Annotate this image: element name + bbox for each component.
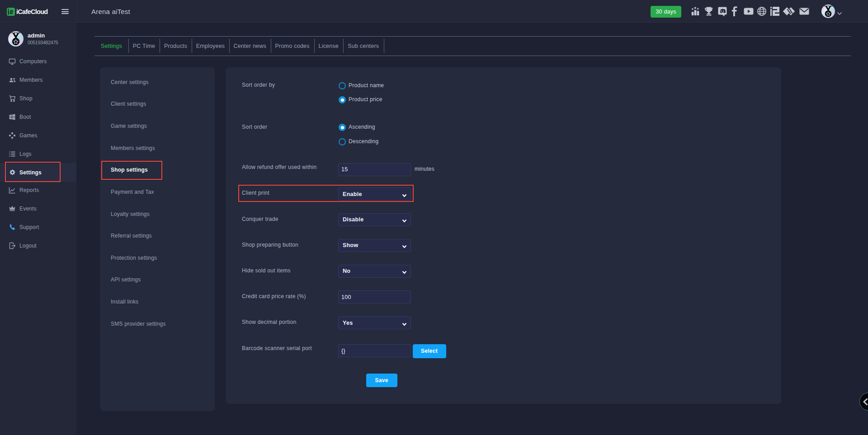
svg-text:PLATINUM: PLATINUM xyxy=(824,5,832,7)
svg-text:PLATINUM: PLATINUM xyxy=(11,32,21,34)
